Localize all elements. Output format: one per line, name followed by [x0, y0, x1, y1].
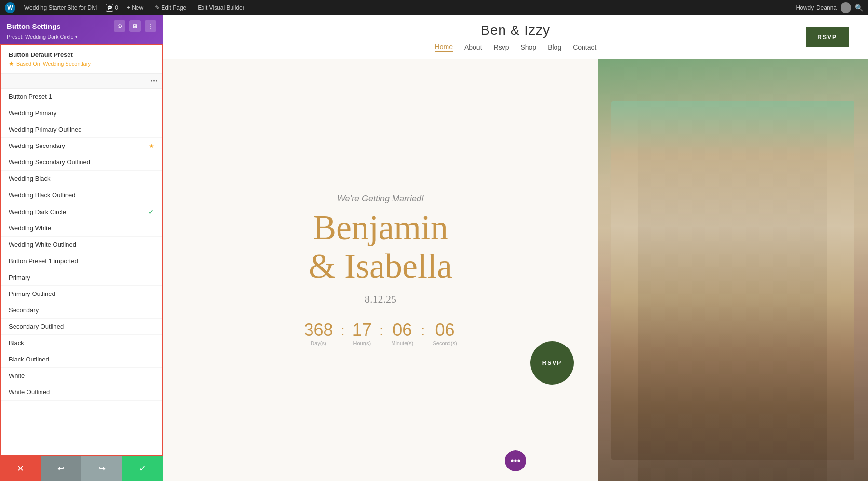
- hero-left: We're Getting Married! Benjamin & Isabel…: [163, 59, 598, 481]
- cancel-button[interactable]: ✕: [0, 456, 41, 481]
- name2: & Isabella: [309, 247, 452, 285]
- preset-list-item[interactable]: White: [1, 368, 162, 384]
- couple-silhouette: [638, 101, 827, 481]
- nav-blog[interactable]: Blog: [548, 43, 561, 51]
- preset-item-label: White: [9, 372, 25, 379]
- preset-item-label: Wedding Dark Circle: [9, 208, 66, 215]
- preset-label[interactable]: Preset: Wedding Dark Circle ▾: [7, 34, 156, 40]
- rsvp-circle-button[interactable]: RSVP: [530, 341, 574, 385]
- preset-list-item[interactable]: Black Outlined: [1, 351, 162, 368]
- search-icon[interactable]: 🔍: [855, 4, 863, 12]
- nav-shop[interactable]: Shop: [520, 43, 536, 51]
- preset-list-item[interactable]: Secondary Outlined: [1, 319, 162, 335]
- dot-2: [153, 80, 155, 82]
- rsvp-nav-button[interactable]: RSVP: [806, 27, 849, 47]
- seconds-number: 06: [433, 320, 457, 340]
- site-nav-center: Ben & Izzy Home About Rsvp Shop Blog Con…: [349, 23, 682, 52]
- based-on-text: Based On: Wedding Secondary: [16, 61, 91, 67]
- preset-list-item[interactable]: Wedding Primary: [1, 105, 162, 121]
- edit-page-button[interactable]: ✎ Edit Page: [152, 2, 189, 13]
- avatar: [841, 2, 851, 13]
- getting-married-text: We're Getting Married!: [337, 194, 424, 204]
- preset-list-item[interactable]: Wedding Black Outlined: [1, 187, 162, 203]
- countdown: 368 Day(s) : 17 Hour(s) : 06 Minute(s) :: [304, 320, 457, 346]
- undo-button[interactable]: ↩: [41, 456, 82, 481]
- star-icon: ★: [149, 143, 154, 149]
- site-title: Ben & Izzy: [481, 23, 550, 38]
- panel-icon-btn-2[interactable]: ⊞: [129, 20, 141, 32]
- dot-1: [151, 80, 152, 82]
- nav-rsvp[interactable]: Rsvp: [494, 43, 509, 51]
- preset-item-label: Wedding Primary Outlined: [9, 126, 82, 133]
- preset-item-label: Primary Outlined: [9, 290, 55, 297]
- panel-icon-btn-3[interactable]: ⋮: [145, 20, 156, 32]
- preset-list-item[interactable]: Primary: [1, 269, 162, 286]
- preset-items-container: Button Preset 1Wedding PrimaryWedding Pr…: [1, 89, 162, 401]
- seconds-label: Second(s): [433, 340, 457, 346]
- preset-list-item[interactable]: Wedding White Outlined: [1, 237, 162, 253]
- chevron-down-icon: ▾: [75, 34, 78, 39]
- new-button[interactable]: + New: [124, 2, 146, 13]
- days-number: 368: [304, 320, 333, 340]
- preset-item-label: Wedding Secondary: [9, 142, 65, 149]
- comment-count[interactable]: 💬 0: [106, 4, 118, 12]
- minutes-number: 06: [391, 320, 413, 340]
- nav-contact[interactable]: Contact: [573, 43, 596, 51]
- panel-header-icons: ⊙ ⊞ ⋮: [114, 20, 156, 32]
- preset-item-label: Wedding White Outlined: [9, 241, 76, 248]
- preset-list-item[interactable]: Wedding Secondary Outlined: [1, 154, 162, 171]
- hero-right-image: [598, 59, 868, 481]
- star-icon: ★: [9, 60, 14, 67]
- admin-bar-left: W Wedding Starter Site for Divi 💬 0 + Ne…: [5, 2, 790, 13]
- preset-list-item[interactable]: Wedding Black: [1, 171, 162, 187]
- preset-list-item[interactable]: Wedding White: [1, 220, 162, 237]
- minutes-label: Minute(s): [391, 340, 413, 346]
- preset-list-item[interactable]: Button Preset 1: [1, 89, 162, 105]
- couple-name: Benjamin & Isabella: [309, 209, 452, 285]
- preset-item-label: Wedding Black: [9, 175, 50, 182]
- site-nav: Ben & Izzy Home About Rsvp Shop Blog Con…: [163, 15, 868, 59]
- preset-item-label: Black Outlined: [9, 356, 49, 363]
- preset-list-item[interactable]: White Outlined: [1, 384, 162, 401]
- preset-list-item[interactable]: Primary Outlined: [1, 286, 162, 302]
- preset-item-label: Wedding White: [9, 225, 51, 232]
- panel-header-top: Button Settings ⊙ ⊞ ⋮: [7, 20, 156, 32]
- preset-list-container[interactable]: Button Default Preset ★ Based On: Weddin…: [0, 44, 163, 456]
- preset-list-item[interactable]: Wedding Secondary★: [1, 138, 162, 154]
- preset-item-label: Primary: [9, 274, 30, 281]
- site-name-link[interactable]: Wedding Starter Site for Divi: [21, 2, 100, 13]
- name1: Benjamin: [309, 209, 452, 247]
- nav-links: Home About Rsvp Shop Blog Contact: [435, 43, 597, 52]
- hero-section: We're Getting Married! Benjamin & Isabel…: [163, 59, 868, 481]
- preset-list-item[interactable]: Button Preset 1 imported: [1, 253, 162, 269]
- exit-visual-builder-button[interactable]: Exit Visual Builder: [195, 2, 247, 13]
- preset-list-item[interactable]: Wedding Primary Outlined: [1, 121, 162, 138]
- redo-button[interactable]: ↪: [81, 456, 122, 481]
- countdown-minutes: 06 Minute(s): [391, 320, 413, 346]
- based-on: ★ Based On: Wedding Secondary: [9, 60, 154, 67]
- panel-header: Button Settings ⊙ ⊞ ⋮ Preset: Wedding Da…: [0, 15, 163, 44]
- save-button[interactable]: ✓: [122, 456, 163, 481]
- countdown-sep-1: :: [341, 322, 345, 339]
- countdown-days: 368 Day(s): [304, 320, 333, 346]
- nav-home[interactable]: Home: [435, 43, 453, 52]
- panel-icon-btn-1[interactable]: ⊙: [114, 20, 125, 32]
- preset-list-item[interactable]: Black: [1, 335, 162, 351]
- default-preset-title: Button Default Preset: [9, 51, 154, 58]
- countdown-seconds: 06 Second(s): [433, 320, 457, 346]
- preset-item-label: Secondary Outlined: [9, 323, 64, 330]
- dots-menu[interactable]: [151, 80, 157, 82]
- couple-figure: [598, 59, 868, 481]
- admin-bar-right: Howdy, Deanna 🔍: [796, 2, 864, 13]
- preset-text: Preset: Wedding Dark Circle: [7, 34, 74, 40]
- hours-label: Hour(s): [353, 340, 372, 346]
- wordpress-icon[interactable]: W: [5, 2, 15, 13]
- fab-button[interactable]: •••: [505, 450, 526, 471]
- pencil-icon: ✎: [155, 4, 160, 11]
- preset-item-label: Wedding Secondary Outlined: [9, 159, 90, 166]
- preset-list-item[interactable]: Secondary: [1, 302, 162, 319]
- bottom-toolbar: ✕ ↩ ↪ ✓: [0, 456, 163, 481]
- nav-about[interactable]: About: [464, 43, 482, 51]
- website-preview: Ben & Izzy Home About Rsvp Shop Blog Con…: [163, 15, 868, 481]
- preset-list-item[interactable]: Wedding Dark Circle✓: [1, 203, 162, 220]
